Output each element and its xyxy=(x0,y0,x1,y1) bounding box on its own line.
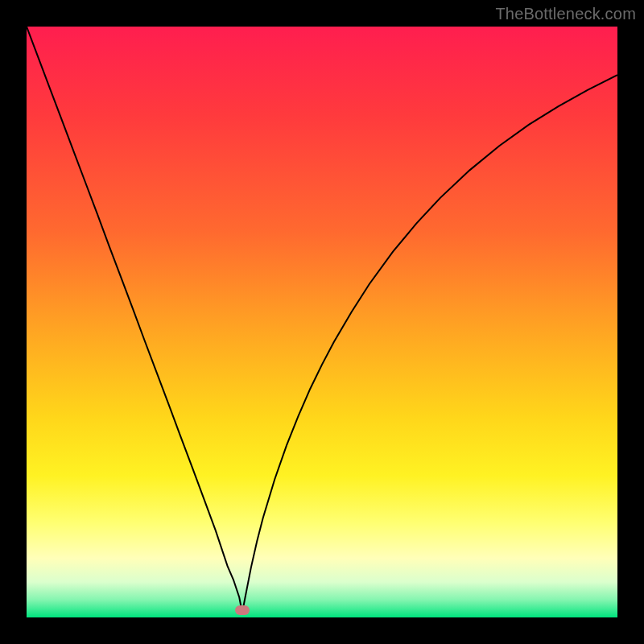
chart-container: TheBottleneck.com xyxy=(0,0,644,644)
bottleneck-curve xyxy=(27,27,617,617)
plot-area xyxy=(27,27,617,617)
minimum-marker xyxy=(235,605,250,615)
watermark-text: TheBottleneck.com xyxy=(495,5,636,23)
